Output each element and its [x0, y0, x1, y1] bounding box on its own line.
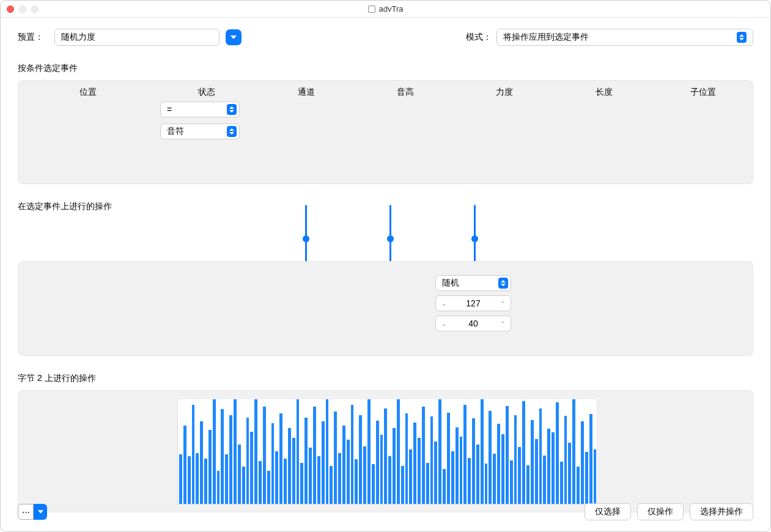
status-operator-select[interactable]: = — [160, 102, 240, 117]
chart-bar — [359, 415, 362, 504]
slider-channel[interactable] — [305, 205, 307, 262]
velocity-mode-select[interactable]: 随机 — [435, 275, 511, 291]
chart-bar — [426, 463, 429, 504]
chart-bar — [313, 407, 316, 504]
chart-bar — [564, 416, 567, 504]
chart-bar — [451, 451, 454, 504]
more-icon: ⋯ — [22, 508, 30, 517]
chart-bar — [539, 408, 542, 504]
button-label: 仅操作 — [647, 506, 673, 517]
chart-bar — [506, 406, 509, 504]
document-icon — [368, 6, 375, 13]
slider-velocity[interactable] — [474, 205, 476, 262]
col-channel: 通道 — [257, 87, 356, 98]
chart-bar — [271, 423, 275, 504]
mode-select[interactable]: 将操作应用到选定事件 — [496, 29, 753, 46]
chart-bar — [472, 418, 475, 504]
chart-bar — [572, 399, 575, 504]
chart-bar — [275, 451, 278, 504]
chart-bar — [485, 464, 488, 504]
velocity-lower-stepper[interactable]: ⌄ 40 ⌃ — [435, 316, 511, 331]
chevron-down-icon — [231, 35, 237, 39]
byte2-panel — [18, 390, 753, 512]
chart-bar — [489, 411, 492, 504]
chart-bar — [594, 449, 597, 504]
chart-bar — [393, 428, 396, 504]
chevron-down-icon — [38, 510, 43, 514]
chart-bar — [326, 399, 329, 504]
chart-bar — [204, 459, 207, 504]
chart-bar — [510, 460, 513, 504]
chart-bar — [330, 466, 333, 504]
chart-bar — [192, 405, 195, 504]
chart-bar — [242, 467, 245, 504]
velocity-mode-value: 随机 — [442, 278, 459, 289]
titlebar: advTra — [1, 1, 770, 18]
chart-bar — [585, 452, 588, 504]
chevron-down-icon[interactable]: ⌄ — [436, 296, 452, 311]
chevron-down-icon[interactable]: ⌄ — [436, 316, 452, 331]
chart-bar — [430, 416, 433, 504]
preset-input[interactable] — [54, 29, 219, 46]
chart-bar — [317, 456, 320, 504]
chart-bar — [188, 456, 191, 504]
chart-bar — [322, 421, 325, 504]
slider-knob-icon — [303, 235, 309, 242]
chart-bar — [497, 424, 500, 504]
col-pitch: 音高 — [356, 87, 455, 98]
chart-bar — [200, 421, 203, 504]
chart-bar — [493, 454, 496, 504]
mode-value: 将操作应用到选定事件 — [503, 32, 589, 43]
chart-bar — [434, 441, 437, 504]
chart-bar — [300, 463, 303, 504]
col-status: 状态 — [157, 87, 256, 98]
chart-bar — [526, 465, 529, 504]
top-row: 预置： 模式： 将操作应用到选定事件 — [18, 29, 753, 46]
chart-bar — [334, 412, 337, 504]
slider-pitch[interactable] — [389, 205, 391, 262]
updown-icon — [737, 32, 747, 43]
chart-bar — [221, 409, 224, 504]
chart-bar — [246, 418, 249, 504]
chevron-up-icon[interactable]: ⌃ — [495, 316, 511, 331]
chart-bar — [225, 454, 228, 504]
more-dropdown[interactable] — [34, 504, 47, 520]
maximize-icon[interactable] — [31, 6, 39, 13]
velocity-controls: 随机 ⌄ 127 ⌃ ⌄ 40 ⌃ — [435, 275, 511, 331]
chart-bar — [267, 471, 270, 504]
more-button[interactable]: ⋯ — [18, 504, 34, 520]
select-and-operate-button[interactable]: 选择并操作 — [690, 503, 753, 520]
operate-only-button[interactable]: 仅操作 — [637, 503, 684, 520]
close-icon[interactable] — [7, 6, 14, 13]
chart-bar — [401, 466, 404, 504]
updown-icon — [227, 126, 237, 137]
chart-bar — [384, 408, 387, 504]
status-operator-value: = — [167, 105, 172, 114]
chart-bar — [297, 399, 300, 504]
preset-dropdown-button[interactable] — [226, 29, 242, 45]
chart-bar — [447, 413, 450, 504]
chevron-up-icon[interactable]: ⌃ — [495, 296, 511, 311]
slider-row — [18, 218, 753, 261]
chart-bar — [342, 426, 345, 504]
window-title: advTra — [379, 4, 404, 13]
chart-bar — [560, 462, 563, 504]
chart-bar — [279, 413, 282, 504]
window-controls — [7, 6, 39, 13]
chart-bar — [367, 399, 371, 504]
condition-section-title: 按条件选定事件 — [18, 63, 753, 74]
status-type-select[interactable]: 音符 — [160, 124, 240, 139]
chart-bar — [409, 449, 412, 504]
chart-bar — [376, 421, 379, 504]
updown-icon — [498, 278, 508, 289]
velocity-upper-stepper[interactable]: ⌄ 127 ⌃ — [435, 295, 511, 311]
select-only-button[interactable]: 仅选择 — [585, 503, 631, 520]
chart-bar — [347, 440, 350, 504]
velocity-upper-value: 127 — [452, 298, 495, 308]
chart-bar — [535, 439, 538, 504]
status-type-value: 音符 — [167, 126, 184, 137]
status-selects: = 音符 — [160, 102, 753, 139]
chart-bar — [338, 453, 341, 504]
byte2-section-title: 字节 2 上进行的操作 — [18, 373, 753, 384]
minimize-icon[interactable] — [19, 6, 26, 13]
